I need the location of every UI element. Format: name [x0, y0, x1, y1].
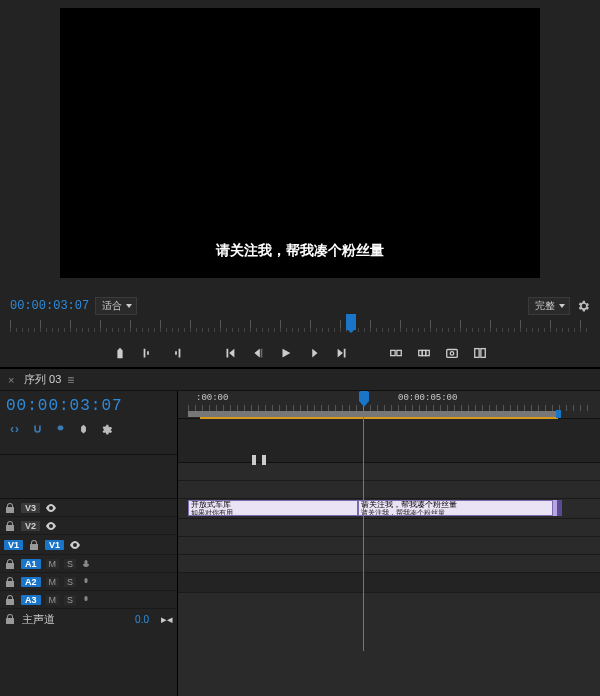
lock-icon[interactable]: [4, 502, 16, 514]
svg-rect-1: [397, 350, 401, 355]
in-out-marker-icon[interactable]: [252, 455, 266, 465]
lift-icon[interactable]: [388, 345, 404, 361]
timeline-tracks-area[interactable]: :00:00 00:00:05:00 开放式车库 如果对你有用: [178, 391, 600, 696]
track-row-v2[interactable]: V2: [0, 517, 177, 535]
play-icon[interactable]: [278, 345, 294, 361]
tab-menu-icon[interactable]: ≡: [67, 373, 74, 387]
clip-caption-2a: 请关注我，帮我凑个粉丝量: [359, 501, 552, 509]
lane-a1[interactable]: [178, 519, 600, 537]
voiceover-mic-icon[interactable]: [81, 559, 91, 569]
magnet-icon[interactable]: [31, 423, 44, 438]
main-audio-level[interactable]: 0.0: [135, 614, 149, 625]
timeline-timecode[interactable]: 00:00:03:07: [6, 397, 171, 421]
export-frame-icon[interactable]: [444, 345, 460, 361]
lane-a2[interactable]: [178, 537, 600, 555]
preview-subtitle: 请关注我，帮我凑个粉丝量: [60, 242, 540, 260]
goto-in-icon[interactable]: [222, 345, 238, 361]
track-row-v3[interactable]: V3: [0, 499, 177, 517]
lock-icon[interactable]: [4, 576, 16, 588]
overwrite-icon[interactable]: [168, 345, 184, 361]
snap-icon[interactable]: [8, 423, 21, 438]
track-badge-a1[interactable]: A1: [21, 559, 41, 569]
main-audio-expand-icon[interactable]: ▸◂: [161, 613, 173, 626]
monitor-mini-ruler[interactable]: [0, 316, 600, 338]
track-badge-v1[interactable]: V1: [45, 540, 64, 550]
timeline-panel: × 序列 03 ≡ 00:00:03:07 V3: [0, 368, 600, 696]
svg-rect-10: [85, 578, 88, 583]
svg-rect-0: [391, 350, 395, 355]
mute-button[interactable]: M: [46, 595, 60, 605]
quality-dropdown[interactable]: 完整: [528, 297, 570, 315]
insert-icon[interactable]: [140, 345, 156, 361]
monitor-timecode[interactable]: 00:00:03:07: [10, 299, 89, 313]
lock-icon[interactable]: [4, 594, 16, 606]
eye-icon[interactable]: [69, 539, 81, 551]
clip-end-cap: [557, 500, 562, 516]
extract-icon[interactable]: [416, 345, 432, 361]
solo-button[interactable]: S: [64, 559, 76, 569]
svg-point-6: [450, 351, 454, 355]
track-headers: 00:00:03:07 V3 V2: [0, 391, 178, 696]
work-area-end-handle[interactable]: [556, 410, 561, 418]
mute-button[interactable]: M: [46, 577, 60, 587]
svg-rect-4: [426, 350, 430, 355]
tab-close-icon[interactable]: ×: [8, 374, 18, 386]
track-badge-a2[interactable]: A2: [21, 577, 41, 587]
track-badge-v3[interactable]: V3: [21, 503, 40, 513]
lane-main-audio[interactable]: [178, 573, 600, 593]
timeline-playhead[interactable]: [363, 391, 364, 651]
wrench-icon[interactable]: [100, 423, 113, 438]
clip-caption-1a: 开放式车库: [189, 501, 357, 509]
main-audio-label: 主声道: [22, 612, 55, 627]
track-row-v1[interactable]: V1 V1: [0, 535, 177, 555]
lock-icon[interactable]: [28, 539, 40, 551]
video-preview[interactable]: 请关注我，帮我凑个粉丝量: [60, 8, 540, 278]
svg-rect-11: [85, 596, 88, 601]
ruler-label-0: :00:00: [196, 393, 228, 403]
svg-rect-8: [481, 348, 485, 357]
linked-selection-icon[interactable]: [54, 423, 67, 438]
track-row-a1[interactable]: A1 M S: [0, 555, 177, 573]
solo-button[interactable]: S: [64, 577, 76, 587]
clip-caption-1b: 如果对你有用: [189, 509, 357, 516]
mark-in-icon[interactable]: [112, 345, 128, 361]
zoom-fit-dropdown[interactable]: 适合: [95, 297, 137, 315]
solo-button[interactable]: S: [64, 595, 76, 605]
timeline-tab[interactable]: × 序列 03 ≡: [0, 369, 600, 391]
source-badge-v1[interactable]: V1: [4, 540, 23, 550]
program-monitor: 请关注我，帮我凑个粉丝量: [0, 0, 600, 296]
transport-bar: [0, 338, 600, 368]
main-audio-row[interactable]: 主声道 0.0 ▸◂: [0, 609, 177, 629]
clip-caption-2b: 请关注我，帮我凑个粉丝量: [359, 509, 552, 516]
lock-icon[interactable]: [4, 558, 16, 570]
timeline-ruler[interactable]: :00:00 00:00:05:00: [178, 391, 600, 419]
step-forward-icon[interactable]: [306, 345, 322, 361]
track-row-a3[interactable]: A3 M S: [0, 591, 177, 609]
lane-v2[interactable]: [178, 481, 600, 499]
monitor-control-bar: 00:00:03:07 适合 完整: [0, 296, 600, 316]
track-badge-v2[interactable]: V2: [21, 521, 40, 531]
svg-rect-7: [475, 348, 479, 357]
track-badge-a3[interactable]: A3: [21, 595, 41, 605]
ruler-label-1: 00:00:05:00: [398, 393, 457, 403]
track-row-a2[interactable]: A2 M S: [0, 573, 177, 591]
lock-icon[interactable]: [4, 613, 16, 625]
eye-icon[interactable]: [45, 502, 57, 514]
timeline-tool-row: [6, 421, 171, 438]
lane-v3[interactable]: [178, 463, 600, 481]
svg-rect-5: [447, 349, 458, 357]
eye-icon[interactable]: [45, 520, 57, 532]
mute-button[interactable]: M: [46, 559, 60, 569]
goto-out-icon[interactable]: [334, 345, 350, 361]
marker-icon[interactable]: [77, 423, 90, 438]
mini-playhead[interactable]: [346, 314, 356, 330]
lock-icon[interactable]: [4, 520, 16, 532]
voiceover-mic-icon[interactable]: [81, 577, 91, 587]
comparison-icon[interactable]: [472, 345, 488, 361]
settings-wrench-icon[interactable]: [576, 299, 590, 313]
lane-v1[interactable]: 开放式车库 如果对你有用 请关注我，帮我凑个粉丝量 请关注我，帮我凑个粉丝量: [178, 499, 600, 519]
graphics-clip[interactable]: 开放式车库 如果对你有用 请关注我，帮我凑个粉丝量 请关注我，帮我凑个粉丝量: [188, 500, 558, 516]
voiceover-mic-icon[interactable]: [81, 595, 91, 605]
lane-a3[interactable]: [178, 555, 600, 573]
step-back-icon[interactable]: [250, 345, 266, 361]
